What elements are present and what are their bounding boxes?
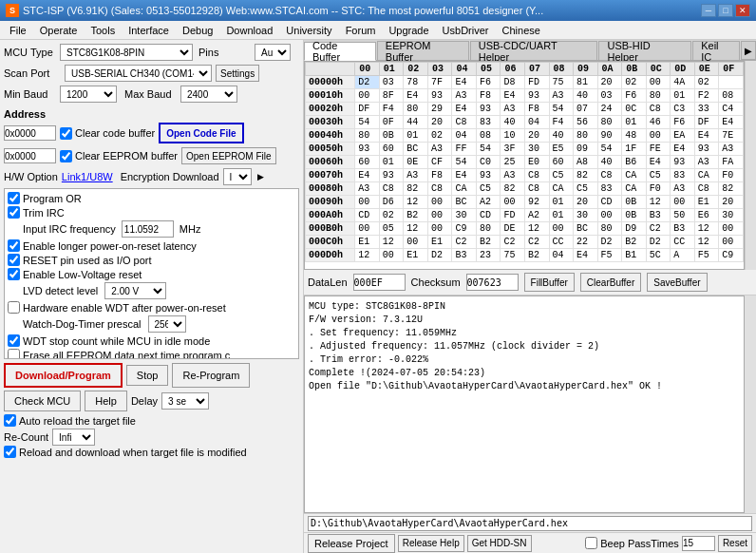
byte-cell[interactable]: C8 xyxy=(646,103,671,116)
byte-cell[interactable]: 00 xyxy=(404,236,428,249)
byte-cell[interactable]: 54 xyxy=(549,103,574,116)
byte-cell[interactable]: A3 xyxy=(549,89,574,103)
wdt-idle-checkbox[interactable] xyxy=(8,334,20,347)
menu-tools[interactable]: Tools xyxy=(85,23,121,38)
program-or-checkbox[interactable] xyxy=(8,192,20,204)
byte-cell[interactable]: 00 xyxy=(646,129,671,143)
byte-cell[interactable]: 82 xyxy=(719,182,744,196)
menu-file[interactable]: File xyxy=(4,23,32,38)
byte-cell[interactable]: B2 xyxy=(404,209,428,222)
byte-cell[interactable]: D8 xyxy=(501,76,525,89)
byte-cell[interactable]: 20 xyxy=(574,196,598,209)
byte-cell[interactable]: 02 xyxy=(622,76,647,89)
menu-forum[interactable]: Forum xyxy=(340,23,382,38)
byte-cell[interactable]: C0 xyxy=(476,156,501,169)
byte-cell[interactable]: 75 xyxy=(501,249,525,262)
byte-cell[interactable]: E4 xyxy=(452,169,477,182)
beep-checkbox[interactable] xyxy=(585,537,597,549)
scan-port-select[interactable]: USB-SERIAL CH340 (COM14) xyxy=(65,65,212,82)
byte-cell[interactable]: 48 xyxy=(622,129,647,143)
byte-cell[interactable]: F4 xyxy=(379,103,404,116)
log-scrollbar[interactable] xyxy=(745,296,756,513)
byte-cell[interactable]: 01 xyxy=(622,116,647,129)
byte-cell[interactable] xyxy=(719,76,744,89)
byte-cell[interactable]: A3 xyxy=(501,103,525,116)
byte-cell[interactable]: 40 xyxy=(549,129,574,143)
byte-cell[interactable]: 83 xyxy=(671,169,695,182)
release-project-button[interactable]: Release Project xyxy=(308,534,395,553)
menu-university[interactable]: University xyxy=(280,23,337,38)
byte-cell[interactable]: 82 xyxy=(404,182,428,196)
byte-cell[interactable]: 4A xyxy=(671,76,695,89)
byte-cell[interactable]: 93 xyxy=(355,143,380,156)
menu-download[interactable]: Download xyxy=(220,23,278,38)
byte-cell[interactable]: 03 xyxy=(597,89,622,103)
byte-cell[interactable]: 7E xyxy=(719,129,744,143)
menu-debug[interactable]: Debug xyxy=(177,23,218,38)
byte-cell[interactable]: FE xyxy=(646,143,671,156)
byte-cell[interactable]: 7F xyxy=(427,76,452,89)
byte-cell[interactable]: 20 xyxy=(427,116,452,129)
byte-cell[interactable]: E4 xyxy=(404,89,428,103)
byte-cell[interactable]: A3 xyxy=(694,156,719,169)
byte-cell[interactable]: A xyxy=(671,249,695,262)
code-address-input[interactable] xyxy=(4,125,56,141)
byte-cell[interactable]: 82 xyxy=(574,169,598,182)
menu-chinese[interactable]: Chinese xyxy=(497,23,546,38)
wdt-prescal-select[interactable]: 256 xyxy=(148,315,186,333)
byte-cell[interactable]: B1 xyxy=(622,249,647,262)
byte-cell[interactable]: 0F xyxy=(379,116,404,129)
open-code-button[interactable]: Open Code File xyxy=(159,123,243,143)
byte-cell[interactable]: 93 xyxy=(476,103,501,116)
byte-cell[interactable]: B2 xyxy=(622,236,647,249)
byte-cell[interactable]: A3 xyxy=(355,182,380,196)
byte-cell[interactable]: 80 xyxy=(476,222,501,236)
byte-cell[interactable]: 02 xyxy=(694,76,719,89)
byte-cell[interactable]: FA xyxy=(719,156,744,169)
byte-cell[interactable]: 00 xyxy=(597,209,622,222)
byte-cell[interactable]: 30 xyxy=(574,209,598,222)
settings-button[interactable]: Settings xyxy=(216,65,259,82)
byte-cell[interactable]: DE xyxy=(501,222,525,236)
close-button[interactable]: ✕ xyxy=(735,4,750,17)
byte-cell[interactable]: 75 xyxy=(549,76,574,89)
byte-cell[interactable]: E4 xyxy=(501,89,525,103)
byte-cell[interactable]: C8 xyxy=(694,182,719,196)
menu-interface[interactable]: Interface xyxy=(123,23,175,38)
byte-cell[interactable]: C4 xyxy=(719,103,744,116)
byte-cell[interactable]: 00 xyxy=(355,196,380,209)
byte-cell[interactable]: 40 xyxy=(597,156,622,169)
reload-download-label[interactable]: Reload and download when target file is … xyxy=(4,446,299,458)
byte-cell[interactable]: 33 xyxy=(694,103,719,116)
byte-cell[interactable]: E1 xyxy=(694,196,719,209)
open-eeprom-button[interactable]: Open EEPROM File xyxy=(181,147,275,164)
byte-cell[interactable]: 0E xyxy=(404,156,428,169)
byte-cell[interactable]: A3 xyxy=(404,169,428,182)
byte-cell[interactable]: 12 xyxy=(404,222,428,236)
byte-cell[interactable]: 93 xyxy=(525,89,550,103)
byte-cell[interactable]: 93 xyxy=(694,143,719,156)
byte-cell[interactable]: CA xyxy=(694,169,719,182)
byte-cell[interactable]: 30 xyxy=(452,209,477,222)
byte-cell[interactable]: E0 xyxy=(525,156,550,169)
byte-cell[interactable]: 93 xyxy=(427,89,452,103)
get-hdd-sn-button[interactable]: Get HDD-SN xyxy=(467,535,532,552)
byte-cell[interactable]: 24 xyxy=(597,103,622,116)
byte-cell[interactable]: 54 xyxy=(597,143,622,156)
byte-cell[interactable]: 80 xyxy=(597,116,622,129)
byte-cell[interactable]: E4 xyxy=(694,129,719,143)
byte-cell[interactable]: BC xyxy=(574,222,598,236)
encryption-select[interactable]: I xyxy=(223,168,252,185)
maximize-button[interactable]: □ xyxy=(718,4,733,17)
tab-eeprom-buffer[interactable]: EEPROM Buffer xyxy=(377,41,469,60)
byte-cell[interactable]: F0 xyxy=(719,169,744,182)
byte-cell[interactable]: 80 xyxy=(404,103,428,116)
byte-cell[interactable]: 60 xyxy=(355,156,380,169)
auto-reload-checkbox[interactable] xyxy=(4,414,16,427)
byte-cell[interactable]: C5 xyxy=(574,182,598,196)
byte-cell[interactable]: F6 xyxy=(476,76,501,89)
byte-cell[interactable]: 04 xyxy=(452,129,477,143)
byte-cell[interactable]: 00 xyxy=(501,196,525,209)
byte-cell[interactable]: A3 xyxy=(501,169,525,182)
byte-cell[interactable]: F0 xyxy=(646,182,671,196)
